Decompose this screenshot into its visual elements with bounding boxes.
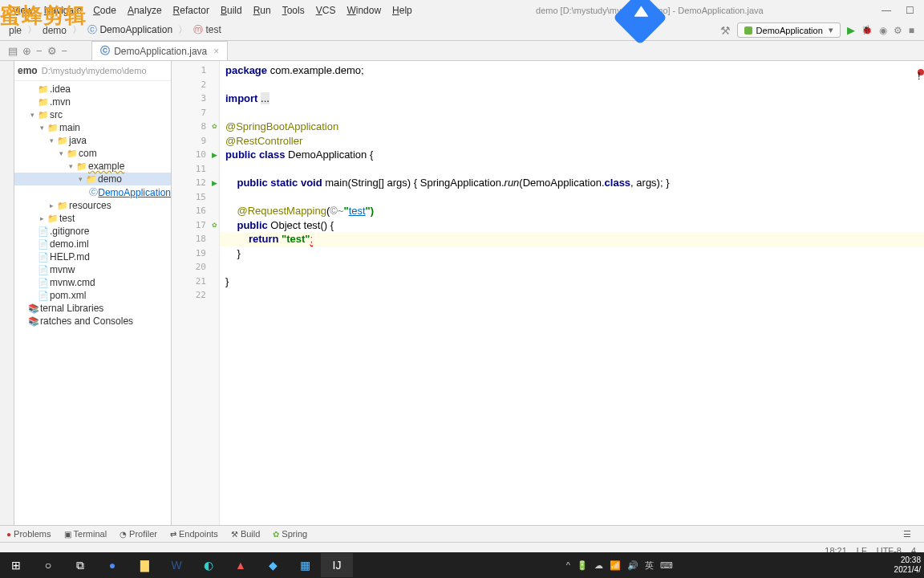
- bc-item[interactable]: ⓒ DemoApplication: [85, 22, 175, 39]
- tool-window-bar: ●Problems ▣Terminal ◔Profiler ⇄Endpoints…: [0, 525, 924, 542]
- tab-demoapplication[interactable]: ⓒ DemoApplication.java ×: [91, 41, 228, 60]
- menu-run[interactable]: Run: [248, 2, 277, 18]
- collapse-icon[interactable]: −: [36, 45, 43, 57]
- minimize-icon[interactable]: —: [881, 5, 891, 16]
- explorer-icon[interactable]: ▇: [128, 553, 160, 577]
- tree-node[interactable]: ▾📁example: [14, 160, 171, 173]
- app-icon[interactable]: ▲: [225, 553, 257, 577]
- panel-spring[interactable]: ✿Spring: [266, 529, 314, 539]
- app3-icon[interactable]: ▦: [289, 553, 321, 577]
- tree-node[interactable]: ▾📁main: [14, 121, 171, 134]
- browser-icon[interactable]: ◐: [192, 553, 225, 577]
- nav-toolbar: ple 〉 demo 〉 ⓒ DemoApplication 〉 ⓜ test …: [0, 20, 924, 41]
- tree-node[interactable]: 📄.gitignore: [14, 225, 171, 238]
- tree-node[interactable]: ▾📁src: [14, 108, 171, 121]
- menu-vcs[interactable]: VCS: [310, 2, 342, 18]
- tree-node[interactable]: 📁.idea: [14, 83, 171, 96]
- menu-tools[interactable]: Tools: [277, 2, 310, 18]
- panel-problems[interactable]: ●Problems: [0, 529, 58, 539]
- tree-node[interactable]: 📄demo.iml: [14, 238, 171, 250]
- tray-wifi-icon[interactable]: 📶: [610, 560, 621, 571]
- tree-node[interactable]: ▸📁resources: [14, 199, 171, 212]
- coverage-icon[interactable]: ◉: [879, 25, 887, 36]
- run-icon[interactable]: ▶: [847, 24, 855, 36]
- close-tab-icon[interactable]: ×: [213, 46, 219, 57]
- tray-volume-icon[interactable]: 🔊: [627, 560, 638, 571]
- settings-icon[interactable]: ⚙: [47, 45, 57, 57]
- taskbar-clock[interactable]: 20:38 2021/4/: [894, 556, 924, 575]
- tray-ime-icon[interactable]: ⌨: [660, 560, 673, 571]
- code-editor[interactable]: 12378✿910▶1112▶151617✿1819202122 ! packa…: [172, 61, 924, 525]
- debug-icon[interactable]: 🐞: [861, 25, 873, 35]
- project-tool-icon[interactable]: ▤: [8, 45, 18, 57]
- tree-node[interactable]: ▸📁test: [14, 212, 171, 225]
- tray-battery-icon[interactable]: 🔋: [577, 560, 588, 571]
- panel-build[interactable]: ⚒Build: [225, 529, 266, 539]
- menu-analyze[interactable]: Analyze: [122, 2, 168, 18]
- code-area[interactable]: ! package com.example.demo; import ... @…: [220, 61, 924, 525]
- watermark: 蜜蜂剪辑: [0, 2, 87, 30]
- tree-node[interactable]: 📄pom.xml: [14, 289, 171, 302]
- tree-node[interactable]: 📄mvnw: [14, 263, 171, 276]
- intellij-icon[interactable]: IJ: [321, 553, 353, 577]
- panel-endpoints[interactable]: ⇄Endpoints: [164, 529, 225, 539]
- maximize-icon[interactable]: ☐: [906, 5, 914, 16]
- editor-tabs: ▤ ⊕ − ⚙ − ⓒ DemoApplication.java ×: [0, 41, 924, 61]
- menu-build[interactable]: Build: [215, 2, 248, 18]
- tray-cloud-icon[interactable]: ☁: [594, 560, 603, 571]
- app2-icon[interactable]: ◆: [257, 553, 289, 577]
- titlebar: View Navigate Code Analyze Refactor Buil…: [0, 0, 924, 20]
- menu-help[interactable]: Help: [387, 2, 418, 18]
- panel-profiler[interactable]: ◔Profiler: [113, 529, 164, 539]
- cortana-icon[interactable]: ○: [32, 553, 64, 577]
- tree-node[interactable]: ▾📁com: [14, 147, 171, 160]
- left-gutter: [0, 61, 14, 525]
- profile-icon[interactable]: ⚙: [894, 25, 902, 36]
- hide-icon[interactable]: −: [62, 45, 68, 57]
- run-config-selector[interactable]: DemoApplication: [737, 22, 841, 38]
- taskbar[interactable]: ⊞ ○ ⧉ ● ▇ W ◐ ▲ ◆ ▦ IJ ^ 🔋 ☁ 📶 🔊 英 ⌨ 20:…: [0, 552, 924, 578]
- build-icon[interactable]: ⚒: [720, 24, 731, 37]
- menu-refactor[interactable]: Refactor: [168, 2, 215, 18]
- project-tree[interactable]: emoD:\mystudy\mydemo\demo 📁.idea📁.mvn▾📁s…: [14, 61, 172, 525]
- tray-chevron-icon[interactable]: ^: [566, 560, 570, 570]
- tree-node[interactable]: ⓒDemoApplication: [14, 185, 171, 199]
- project-root[interactable]: emoD:\mystudy\mydemo\demo: [14, 61, 171, 81]
- bc-item[interactable]: ⓜ test: [191, 22, 224, 39]
- chrome-icon[interactable]: ●: [96, 553, 128, 577]
- tree-node[interactable]: 📁.mvn: [14, 96, 171, 108]
- gutter[interactable]: 12378✿910▶1112▶151617✿1819202122: [172, 61, 220, 525]
- panel-terminal[interactable]: ▣Terminal: [58, 529, 114, 539]
- tree-node[interactable]: ▾📁demo: [14, 173, 171, 185]
- start-icon[interactable]: ⊞: [0, 553, 32, 577]
- taskview-icon[interactable]: ⧉: [64, 553, 96, 577]
- stop-icon[interactable]: ■: [909, 25, 914, 36]
- menu-code[interactable]: Code: [87, 2, 122, 18]
- menu-window[interactable]: Window: [341, 2, 387, 18]
- tree-node[interactable]: 📄HELP.md: [14, 250, 171, 263]
- class-icon: ⓒ: [100, 44, 110, 58]
- tree-node[interactable]: 📚ternal Libraries: [14, 302, 171, 315]
- tree-node[interactable]: 📄mvnw.cmd: [14, 276, 171, 289]
- select-opened-icon[interactable]: ⊕: [22, 45, 31, 57]
- event-log-icon[interactable]: ☰: [897, 529, 918, 539]
- error-indicator[interactable]: !: [918, 69, 924, 75]
- tray-lang[interactable]: 英: [645, 560, 654, 572]
- tree-node[interactable]: 📚ratches and Consoles: [14, 315, 171, 328]
- tree-node[interactable]: ▾📁java: [14, 134, 171, 147]
- word-icon[interactable]: W: [160, 553, 192, 577]
